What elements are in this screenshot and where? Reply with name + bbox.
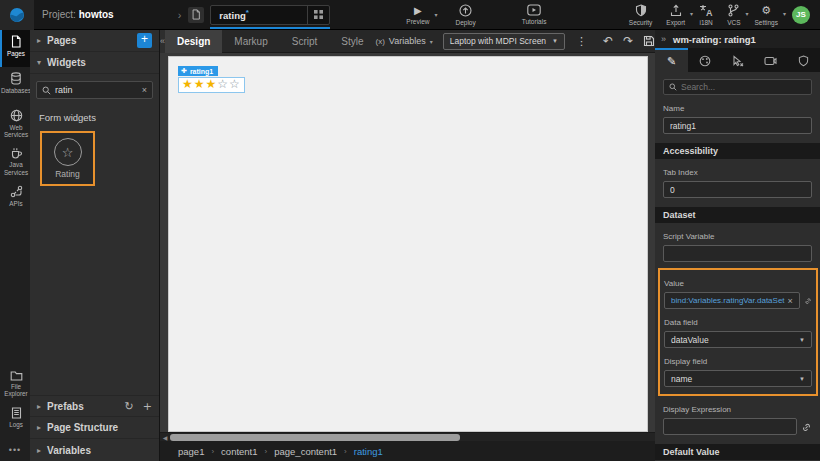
dashboard-grid-icon[interactable] xyxy=(307,6,329,24)
bind-link-icon[interactable] xyxy=(801,421,812,432)
chevron-right-icon: › xyxy=(211,447,214,456)
rail-item-file-explorer[interactable]: File Explorer xyxy=(0,365,30,402)
chevron-down-icon: ▼ xyxy=(552,38,558,44)
export-button[interactable]: Export ▾ xyxy=(666,4,685,26)
widget-selection-tag[interactable]: ✚ rating1 xyxy=(178,66,218,76)
page-file-icon[interactable] xyxy=(188,7,204,23)
chevron-right-icon: ▸ xyxy=(37,446,41,455)
export-icon xyxy=(670,4,682,17)
breadcrumb-page1[interactable]: page1 xyxy=(178,446,204,457)
chevron-right-icon: ▸ xyxy=(37,423,41,432)
kebab-menu-icon[interactable]: ⋮ xyxy=(571,35,592,48)
horizontal-scrollbar[interactable]: ◀ xyxy=(160,432,655,441)
prefabs-section-header[interactable]: ▸ Prefabs ↻ + xyxy=(30,395,159,417)
tab-events[interactable] xyxy=(721,48,754,72)
cursor-click-icon xyxy=(732,55,744,67)
rail-item-java-services[interactable]: Java Services xyxy=(0,142,30,179)
variables-menu-button[interactable]: (x) Variables ▾ xyxy=(376,36,433,46)
vcs-button[interactable]: VCS ▾ xyxy=(727,4,740,26)
variables-section-header[interactable]: ▸ Variables xyxy=(30,439,159,461)
properties-search-box[interactable] xyxy=(663,79,812,95)
script-variable-input[interactable] xyxy=(670,249,805,259)
page-structure-section-header[interactable]: ▸ Page Structure xyxy=(30,417,159,439)
i18n-button[interactable]: A i18N xyxy=(699,4,713,26)
clear-binding-icon[interactable]: × xyxy=(788,296,793,306)
clear-search-icon[interactable]: × xyxy=(142,85,147,95)
accessibility-section-header[interactable]: Accessibility xyxy=(655,143,820,159)
design-canvas[interactable]: ✚ rating1 ★★★☆☆ xyxy=(168,56,648,432)
display-field-select[interactable]: name ▼ xyxy=(664,370,812,387)
translate-icon: A xyxy=(699,4,713,17)
rail-item-pages[interactable]: Pages xyxy=(0,30,30,67)
wavemaker-logo-icon[interactable] xyxy=(0,0,34,30)
tab-design[interactable]: Design xyxy=(165,30,222,53)
redo-icon[interactable]: ↷ xyxy=(618,34,638,48)
expand-panel-icon[interactable]: » xyxy=(661,34,666,44)
deploy-button[interactable]: Deploy xyxy=(455,4,475,26)
name-field-wrap xyxy=(663,117,812,134)
tab-styles[interactable] xyxy=(688,48,721,72)
tab-properties[interactable]: ✎ xyxy=(655,48,688,72)
display-expression-input[interactable] xyxy=(670,422,790,432)
more-options-icon[interactable]: ••• xyxy=(0,439,30,461)
tab-script[interactable]: Script xyxy=(280,30,330,53)
tab-security[interactable] xyxy=(787,48,820,72)
rating-stars[interactable]: ★★★☆☆ xyxy=(178,77,245,93)
add-page-button[interactable]: + xyxy=(137,33,152,48)
preview-button[interactable]: ▶ Preview ▾ xyxy=(406,5,429,25)
display-expression-label: Display Expression xyxy=(663,405,812,414)
tab-style[interactable]: Style xyxy=(329,30,375,53)
move-icon: ✚ xyxy=(181,67,187,75)
properties-panel-body: Name Accessibility Tab Index Dataset Scr… xyxy=(655,72,820,461)
user-avatar[interactable]: JS xyxy=(792,6,810,24)
properties-search-input[interactable] xyxy=(681,82,806,92)
variables-icon: (x) xyxy=(376,37,385,46)
rail-item-web-services[interactable]: Web Services xyxy=(0,104,30,142)
palette-icon xyxy=(699,55,711,67)
pages-section-header[interactable]: ▸ Pages + xyxy=(30,30,159,52)
device-preview-select[interactable]: Laptop with MDPI Screen ▼ xyxy=(443,33,565,50)
open-page-tab[interactable]: rating* xyxy=(210,5,330,25)
widgets-section-header[interactable]: ▾ Widgets xyxy=(30,52,159,74)
selected-widget-title: wm-rating: rating1 xyxy=(673,34,756,45)
left-panel: ▸ Pages + ▾ Widgets × Form widgets ☆ Rat… xyxy=(30,30,160,461)
rail-item-apis[interactable]: APIs xyxy=(0,180,30,217)
chevron-down-icon: ▾ xyxy=(430,38,433,45)
coffee-icon xyxy=(10,147,23,159)
tutorials-button[interactable]: Tutorials xyxy=(522,4,547,25)
widget-search-input[interactable] xyxy=(55,85,138,95)
breadcrumb-rating1[interactable]: rating1 xyxy=(354,446,383,457)
globe-icon xyxy=(10,109,23,122)
security-button[interactable]: Security xyxy=(629,4,652,26)
breadcrumb-page-content1[interactable]: page_content1 xyxy=(274,446,337,457)
breadcrumb-content1[interactable]: content1 xyxy=(221,446,257,457)
properties-panel-header: » wm-rating: rating1 xyxy=(655,30,820,48)
default-value-section-header[interactable]: Default Value xyxy=(655,444,820,460)
pencil-icon: ✎ xyxy=(667,55,676,68)
scrollbar-thumb[interactable] xyxy=(170,434,460,441)
scroll-left-icon[interactable]: ◀ xyxy=(160,434,170,441)
rating-widget-on-canvas[interactable]: ✚ rating1 ★★★☆☆ xyxy=(178,59,245,93)
settings-button[interactable]: ⚙ Settings ▾ xyxy=(755,4,779,26)
name-input[interactable] xyxy=(670,121,805,131)
rail-item-logs[interactable]: Logs xyxy=(0,402,30,439)
form-widgets-label: Form widgets xyxy=(30,106,159,127)
data-field-select[interactable]: dataValue ▼ xyxy=(664,331,812,348)
widget-search-box[interactable]: × xyxy=(36,81,153,99)
tab-device[interactable] xyxy=(754,48,787,72)
undo-icon[interactable]: ↶ xyxy=(598,34,618,48)
gear-icon: ⚙ xyxy=(761,4,771,17)
chevron-right-icon: › xyxy=(265,447,268,456)
refresh-icon[interactable]: ↻ xyxy=(125,400,134,413)
chevron-down-icon: ▾ xyxy=(690,10,693,17)
video-icon xyxy=(527,4,541,16)
tab-markup[interactable]: Markup xyxy=(222,30,279,53)
rating-widget-tile[interactable]: ☆ Rating xyxy=(40,131,95,186)
add-prefab-icon[interactable]: + xyxy=(143,400,152,413)
value-binding-field[interactable]: bind:Variables.ratingVar.dataSet × xyxy=(664,292,800,309)
tab-index-input[interactable] xyxy=(670,185,805,195)
search-icon xyxy=(42,86,51,95)
rail-item-databases[interactable]: Databases xyxy=(0,67,30,104)
bind-link-icon[interactable] xyxy=(804,295,812,306)
dataset-section-header[interactable]: Dataset xyxy=(655,207,820,223)
